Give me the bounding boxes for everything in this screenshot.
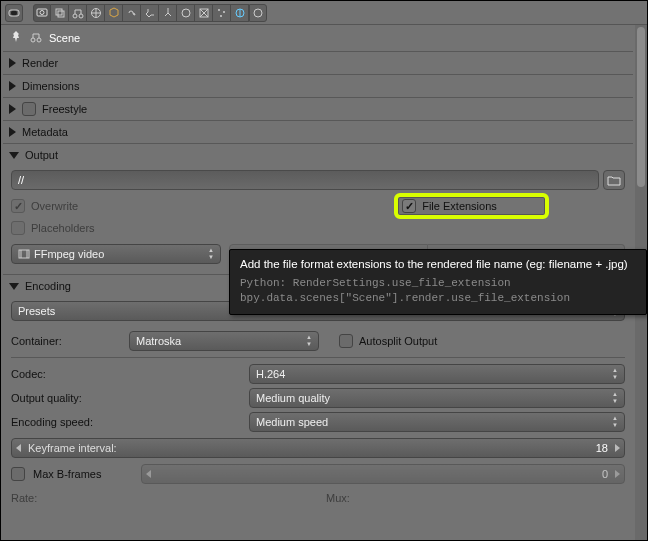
presets-label: Presets	[18, 305, 55, 317]
svg-point-17	[37, 38, 41, 42]
particles-tab-icon[interactable]	[213, 4, 231, 22]
freestyle-enable-checkbox[interactable]	[22, 102, 36, 116]
layers-tab-icon[interactable]	[51, 4, 69, 22]
svg-point-13	[220, 15, 222, 17]
updown-icon	[608, 366, 622, 382]
panel-header-metadata[interactable]: Metadata	[3, 121, 633, 143]
object-tab-icon[interactable]	[105, 4, 123, 22]
file-extensions-label: File Extensions	[422, 200, 497, 212]
placeholders-checkbox[interactable]	[11, 221, 25, 235]
panel-metadata: Metadata	[3, 120, 633, 143]
world-tab-icon[interactable]	[87, 4, 105, 22]
modifier-tab-icon[interactable]	[141, 4, 159, 22]
tooltip-description: Add the file format extensions to the re…	[240, 258, 636, 270]
panel-header-render[interactable]: Render	[3, 52, 633, 74]
svg-point-6	[73, 14, 77, 18]
keyframe-interval-value: 18	[596, 442, 608, 454]
disclosure-triangle-icon	[9, 81, 16, 91]
panel-title: Freestyle	[42, 103, 87, 115]
codec-label: Codec:	[11, 368, 241, 380]
panel-render: Render	[3, 51, 633, 74]
context-tab-bar	[1, 1, 647, 25]
container-value: Matroska	[136, 335, 181, 347]
file-browser-button[interactable]	[603, 170, 625, 190]
app-window: Scene Render Dimensions Freestyle	[0, 0, 648, 541]
panel-header-output[interactable]: Output	[3, 144, 633, 166]
file-format-select[interactable]: FFmpeg video	[11, 244, 221, 264]
disclosure-triangle-icon	[9, 58, 16, 68]
tooltip-file-extensions: Add the file format extensions to the re…	[229, 249, 647, 315]
codec-value: H.264	[256, 368, 285, 380]
panel-title: Encoding	[25, 280, 71, 292]
autosplit-checkbox[interactable]	[339, 334, 353, 348]
updown-icon	[302, 333, 316, 349]
panel-header-freestyle[interactable]: Freestyle	[3, 98, 633, 120]
constraint-tab-icon[interactable]	[123, 4, 141, 22]
updown-icon	[608, 414, 622, 430]
video-icon	[18, 248, 30, 260]
max-bframes-value: 0	[602, 468, 608, 480]
placeholders-checkbox-row: Placeholders	[11, 221, 318, 235]
max-bframes-field[interactable]: 0	[141, 464, 625, 484]
speed-label: Encoding speed:	[11, 416, 241, 428]
disclosure-triangle-icon	[9, 283, 19, 290]
file-extensions-checkbox[interactable]	[402, 199, 416, 213]
panel-title: Dimensions	[22, 80, 79, 92]
file-format-value: FFmpeg video	[34, 248, 104, 260]
material-tab-icon[interactable]	[177, 4, 195, 22]
overwrite-checkbox[interactable]	[11, 199, 25, 213]
svg-point-7	[79, 14, 83, 18]
panel-title: Render	[22, 57, 58, 69]
folder-icon	[607, 173, 621, 187]
rate-label: Rate:	[11, 492, 37, 504]
disclosure-triangle-icon	[9, 152, 19, 159]
updown-icon	[608, 390, 622, 406]
keyframe-interval-label: Keyframe interval:	[28, 442, 596, 454]
panel-freestyle: Freestyle	[3, 97, 633, 120]
data-tab-icon[interactable]	[159, 4, 177, 22]
texture-tab-icon[interactable]	[195, 4, 213, 22]
placeholders-label: Placeholders	[31, 222, 95, 234]
max-bframes-checkbox[interactable]	[11, 467, 25, 481]
keyframe-interval-field[interactable]: Keyframe interval: 18	[11, 438, 625, 458]
codec-select[interactable]: H.264	[249, 364, 625, 384]
disclosure-triangle-icon	[9, 127, 16, 137]
panel-dimensions: Dimensions	[3, 74, 633, 97]
render-tab-icon[interactable]	[33, 4, 51, 22]
container-label: Container:	[11, 335, 121, 347]
output-path-input[interactable]: //	[11, 170, 599, 190]
context-path: Scene	[3, 25, 633, 51]
svg-point-9	[182, 9, 190, 17]
file-extensions-highlight: File Extensions	[394, 193, 549, 219]
speed-value: Medium speed	[256, 416, 328, 428]
record-icon[interactable]	[5, 4, 23, 22]
svg-point-11	[218, 9, 220, 11]
speed-select[interactable]: Medium speed	[249, 412, 625, 432]
svg-point-12	[223, 11, 225, 13]
quality-value: Medium quality	[256, 392, 330, 404]
scene-tab-icon[interactable]	[69, 4, 87, 22]
grid-tab-icon[interactable]	[249, 4, 267, 22]
panel-header-dimensions[interactable]: Dimensions	[3, 75, 633, 97]
tooltip-python-line1: Python: RenderSettings.use_file_extensio…	[240, 276, 636, 291]
svg-point-16	[31, 38, 35, 42]
panel-title: Metadata	[22, 126, 68, 138]
svg-point-3	[40, 10, 44, 14]
tooltip-python-line2: bpy.data.scenes["Scene"].render.use_file…	[240, 291, 636, 306]
container-select[interactable]: Matroska	[129, 331, 319, 351]
quality-select[interactable]: Medium quality	[249, 388, 625, 408]
pin-icon[interactable]	[9, 30, 23, 46]
overwrite-label: Overwrite	[31, 200, 78, 212]
physics-tab-icon[interactable]	[231, 4, 249, 22]
quality-label: Output quality:	[11, 392, 241, 404]
svg-point-0	[11, 10, 17, 16]
scene-name[interactable]: Scene	[49, 32, 80, 44]
svg-rect-5	[58, 11, 64, 17]
disclosure-triangle-icon	[9, 104, 16, 114]
autosplit-label: Autosplit Output	[359, 335, 437, 347]
scene-icon	[29, 30, 43, 46]
mux-label: Mux:	[326, 492, 350, 504]
updown-icon	[204, 246, 218, 262]
max-bframes-label: Max B-frames	[33, 468, 133, 480]
overwrite-checkbox-row: Overwrite	[11, 199, 318, 213]
